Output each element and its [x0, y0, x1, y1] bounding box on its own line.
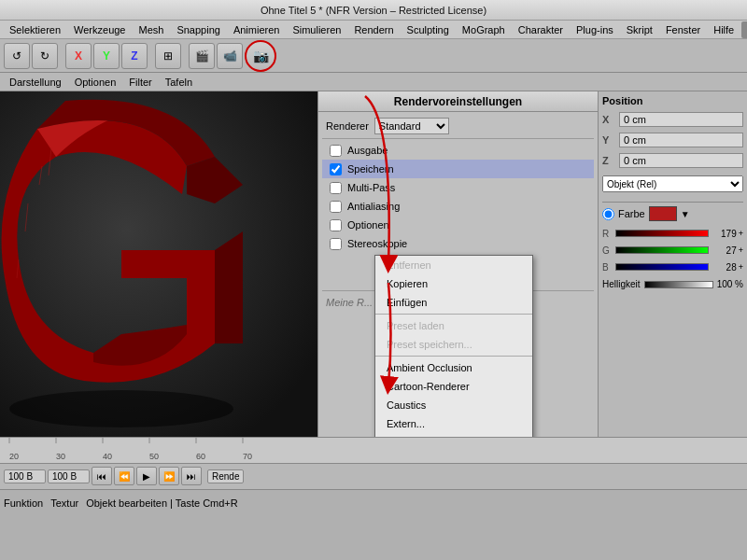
- color-b-row: B 28 +: [602, 259, 743, 275]
- render-multipass[interactable]: Multi-Pass: [322, 178, 594, 197]
- frame-100-b[interactable]: 100 B: [48, 469, 90, 483]
- b-plus[interactable]: +: [739, 262, 743, 272]
- color-section: Farbe ▼ R 179 + G 27 + B 28 +: [602, 202, 743, 289]
- toolbar-z-axis[interactable]: Z: [121, 43, 148, 69]
- toolbar-x-axis[interactable]: X: [65, 43, 92, 69]
- color-r-bar[interactable]: [615, 230, 709, 237]
- render-stereoskopie[interactable]: Stereoskopie: [322, 234, 594, 253]
- transport-forward[interactable]: ⏭: [181, 467, 202, 485]
- menu-charakter[interactable]: Charakter: [513, 23, 569, 36]
- sub-darstellung[interactable]: Darstellung: [4, 76, 67, 89]
- tick-20: 20: [9, 452, 19, 461]
- ctx-entfernen[interactable]: Entfernen: [375, 256, 532, 274]
- color-r-label: R: [602, 229, 613, 239]
- renderer-select[interactable]: Standard Physical: [374, 118, 449, 134]
- render-ausgabe[interactable]: Ausgabe: [322, 141, 594, 160]
- frame-100-a[interactable]: 100 B: [4, 469, 46, 483]
- transport-prev-frame[interactable]: ⏪: [114, 467, 134, 485]
- menu-animieren[interactable]: Animieren: [228, 23, 286, 36]
- menu-mesh[interactable]: Mesh: [133, 23, 169, 36]
- layout-indicator: D5: [741, 21, 747, 38]
- speichern-checkbox[interactable]: [330, 163, 342, 175]
- menu-rendern[interactable]: Rendern: [348, 23, 399, 36]
- viewport[interactable]: [0, 91, 317, 437]
- toolbar-y-axis[interactable]: Y: [93, 43, 120, 69]
- transport-rewind[interactable]: ⏮: [92, 467, 112, 485]
- ctx-extern[interactable]: Extern...: [375, 414, 532, 433]
- color-r-val: 179: [711, 229, 737, 239]
- menu-sculpting[interactable]: Sculpting: [402, 23, 455, 36]
- timeline[interactable]: 20 30 40 50 60 70: [0, 438, 747, 464]
- render-speichern[interactable]: Speichern: [322, 160, 594, 178]
- antialiasing-checkbox[interactable]: [330, 201, 342, 213]
- menu-skript[interactable]: Skript: [621, 23, 658, 36]
- tick-40: 40: [103, 452, 112, 461]
- ausgabe-label: Ausgabe: [347, 145, 388, 156]
- ctx-kopieren[interactable]: Kopieren: [375, 274, 532, 293]
- prop-z-value[interactable]: 0 cm: [619, 153, 743, 168]
- color-swatch[interactable]: [649, 206, 677, 221]
- transport-play[interactable]: ▶: [136, 467, 157, 485]
- textur-label[interactable]: Textur: [50, 497, 78, 509]
- tick-50: 50: [149, 452, 159, 461]
- optionen-checkbox[interactable]: [330, 219, 342, 231]
- color-g-label: G: [602, 245, 613, 256]
- funktion-label[interactable]: Funktion: [4, 497, 43, 509]
- sub-filter[interactable]: Filter: [123, 76, 157, 89]
- r-plus[interactable]: +: [739, 229, 743, 238]
- menu-werkzeuge[interactable]: Werkzeuge: [68, 23, 131, 36]
- obj-rel-row: Objekt (Rel): [602, 175, 743, 192]
- multipass-checkbox[interactable]: [330, 182, 342, 194]
- color-g-bar[interactable]: [615, 246, 709, 254]
- window-title: Ohne Titel 5 * (NFR Version – Restricted…: [261, 5, 486, 16]
- menu-simulieren[interactable]: Simulieren: [287, 23, 346, 36]
- obj-rel-select[interactable]: Objekt (Rel): [602, 175, 743, 192]
- ctx-einfuegen[interactable]: Einfügen: [375, 293, 532, 312]
- timeline-ticks-svg: [0, 438, 747, 451]
- bottom-area: 20 30 40 50 60 70 100 B 100 B ⏮ ⏪ ▶ ⏩ ⏭ …: [0, 437, 747, 489]
- ctx-farb-mapping[interactable]: Farb-Mapping: [375, 433, 532, 437]
- ctx-ambient-occlusion[interactable]: Ambient Occlusion: [375, 358, 532, 377]
- ctx-preset-laden[interactable]: Preset laden: [375, 316, 532, 335]
- menu-fenster[interactable]: Fenster: [660, 23, 706, 36]
- color-b-bar[interactable]: [615, 263, 709, 271]
- toolbar-anim2[interactable]: 📹: [217, 43, 243, 69]
- menu-plugins[interactable]: Plug-ins: [571, 23, 619, 36]
- toolbar-render-circled[interactable]: 📷: [245, 40, 276, 72]
- menu-mograph[interactable]: MoGraph: [457, 23, 511, 36]
- toolbar-anim1[interactable]: 🎬: [189, 43, 215, 69]
- antialiasing-label: Antialiasing: [347, 201, 400, 212]
- menu-snapping[interactable]: Snapping: [171, 23, 226, 36]
- scene-svg: [0, 91, 317, 437]
- helligkeit-bar[interactable]: [644, 281, 713, 288]
- ctx-preset-speichern[interactable]: Preset speichern...: [375, 335, 532, 354]
- render-antialiasing[interactable]: Antialiasing: [322, 197, 594, 216]
- sub-optionen[interactable]: Optionen: [69, 76, 122, 89]
- transport-next-frame[interactable]: ⏩: [159, 467, 179, 485]
- status-text: Objekt bearbeiten | Taste Cmd+R: [86, 497, 743, 509]
- render-optionen[interactable]: Optionen: [322, 216, 594, 234]
- menu-selektieren[interactable]: Selektieren: [4, 23, 66, 36]
- stereoskopie-checkbox[interactable]: [330, 238, 342, 250]
- scene-background: [0, 91, 317, 437]
- toolbar-redo[interactable]: ↻: [32, 43, 58, 69]
- menu-hilfe[interactable]: Hilfe: [708, 23, 740, 36]
- color-header-row: Farbe ▼: [602, 206, 743, 221]
- toolbar-undo[interactable]: ↺: [4, 43, 30, 69]
- color-dropdown-arrow[interactable]: ▼: [681, 209, 690, 219]
- ctx-caustics[interactable]: Caustics: [375, 396, 532, 414]
- speichern-label: Speichern: [347, 163, 394, 175]
- color-g-val: 27: [711, 245, 737, 256]
- ctx-cartoon-renderer[interactable]: Cartoon-Renderer: [375, 377, 532, 396]
- helligkeit-val: 100 %: [717, 279, 743, 289]
- color-g-row: G 27 +: [602, 242, 743, 259]
- g-plus[interactable]: +: [739, 245, 743, 255]
- ausgabe-checkbox[interactable]: [330, 145, 342, 157]
- prop-x-value[interactable]: 0 cm: [619, 112, 743, 127]
- prop-y-value[interactable]: 0 cm: [619, 133, 743, 147]
- toolbar-move[interactable]: ⊞: [155, 43, 181, 69]
- sub-tafeln[interactable]: Tafeln: [160, 76, 198, 89]
- color-radio[interactable]: [602, 208, 614, 220]
- context-menu: Entfernen Kopieren Einfügen Preset laden…: [374, 255, 533, 437]
- prop-x-row: X 0 cm: [602, 110, 743, 129]
